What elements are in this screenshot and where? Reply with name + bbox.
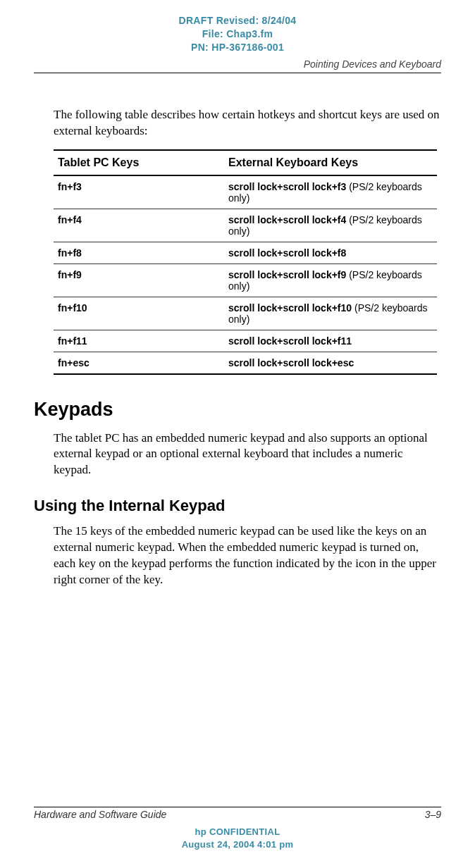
hotkeys-table: Tablet PC Keys External Keyboard Keys fn… bbox=[54, 149, 437, 375]
table-row: fn+f10 scroll lock+scroll lock+f10 (PS/2… bbox=[54, 297, 437, 330]
footer-guide-title: Hardware and Software Guide bbox=[34, 809, 166, 820]
cell-bold: scroll lock+scroll lock+f3 bbox=[228, 181, 346, 192]
intro-paragraph: The following table describes how certai… bbox=[54, 107, 441, 140]
cell-bold: scroll lock+scroll lock+f11 bbox=[228, 335, 352, 347]
cell-external-key: scroll lock+scroll lock+f4 (PS/2 keyboar… bbox=[224, 209, 437, 242]
table-header-col1: Tablet PC Keys bbox=[54, 150, 224, 175]
footer-timestamp: August 24, 2004 4:01 pm bbox=[34, 838, 441, 851]
para-internal-keypad: The 15 keys of the embedded numeric keyp… bbox=[54, 523, 441, 588]
table-row: fn+esc scroll lock+scroll lock+esc bbox=[54, 352, 437, 374]
table-row: fn+f4 scroll lock+scroll lock+f4 (PS/2 k… bbox=[54, 209, 437, 242]
footer-page-number: 3–9 bbox=[425, 809, 441, 820]
cell-external-key: scroll lock+scroll lock+f9 (PS/2 keyboar… bbox=[224, 264, 437, 297]
footer-confidential: hp CONFIDENTIAL bbox=[34, 826, 441, 838]
cell-external-key: scroll lock+scroll lock+f11 bbox=[224, 330, 437, 352]
cell-tablet-key: fn+esc bbox=[54, 352, 224, 374]
table-header-row: Tablet PC Keys External Keyboard Keys bbox=[54, 150, 437, 175]
para-keypads: The tablet PC has an embedded numeric ke… bbox=[54, 430, 441, 479]
table-row: fn+f8 scroll lock+scroll lock+f8 bbox=[54, 242, 437, 264]
running-head: Pointing Devices and Keyboard bbox=[34, 58, 441, 73]
table-row: fn+f3 scroll lock+scroll lock+f3 (PS/2 k… bbox=[54, 175, 437, 209]
page-footer: Hardware and Software Guide 3–9 hp CONFI… bbox=[34, 807, 441, 851]
table-row: fn+f9 scroll lock+scroll lock+f9 (PS/2 k… bbox=[54, 264, 437, 297]
cell-external-key: scroll lock+scroll lock+f3 (PS/2 keyboar… bbox=[224, 175, 437, 209]
draft-line-2: File: Chap3.fm bbox=[34, 27, 441, 41]
cell-bold: scroll lock+scroll lock+f9 bbox=[228, 269, 346, 280]
cell-bold: scroll lock+scroll lock+f4 bbox=[228, 214, 346, 225]
table-header-col2: External Keyboard Keys bbox=[224, 150, 437, 175]
draft-line-3: PN: HP-367186-001 bbox=[34, 41, 441, 54]
cell-tablet-key: fn+f8 bbox=[54, 242, 224, 264]
draft-line-1: DRAFT Revised: 8/24/04 bbox=[34, 14, 441, 27]
cell-external-key: scroll lock+scroll lock+esc bbox=[224, 352, 437, 374]
cell-tablet-key: fn+f10 bbox=[54, 297, 224, 330]
cell-tablet-key: fn+f4 bbox=[54, 209, 224, 242]
cell-bold: scroll lock+scroll lock+f8 bbox=[228, 247, 346, 259]
table-row: fn+f11 scroll lock+scroll lock+f11 bbox=[54, 330, 437, 352]
cell-tablet-key: fn+f9 bbox=[54, 264, 224, 297]
cell-tablet-key: fn+f3 bbox=[54, 175, 224, 209]
cell-external-key: scroll lock+scroll lock+f10 (PS/2 keyboa… bbox=[224, 297, 437, 330]
cell-external-key: scroll lock+scroll lock+f8 bbox=[224, 242, 437, 264]
cell-bold: scroll lock+scroll lock+esc bbox=[228, 357, 354, 368]
cell-bold: scroll lock+scroll lock+f10 bbox=[228, 302, 352, 314]
cell-tablet-key: fn+f11 bbox=[54, 330, 224, 352]
heading-internal-keypad: Using the Internal Keypad bbox=[34, 497, 441, 515]
heading-keypads: Keypads bbox=[34, 399, 441, 421]
draft-header: DRAFT Revised: 8/24/04 File: Chap3.fm PN… bbox=[34, 14, 441, 54]
